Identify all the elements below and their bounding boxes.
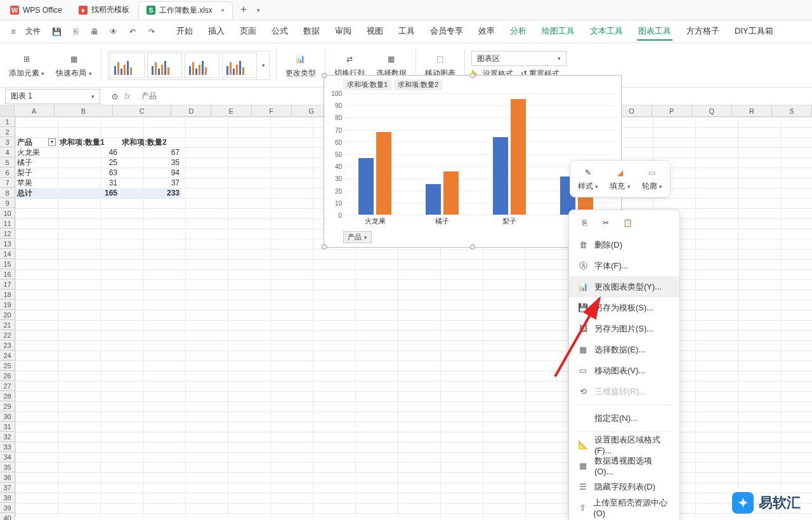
col-header[interactable]: P — [652, 105, 692, 116]
search-icon[interactable]: ⊙ — [112, 92, 118, 101]
cell[interactable]: 火龙果 — [15, 147, 57, 157]
col-header[interactable]: Q — [692, 105, 732, 116]
tab-data[interactable]: 数据 — [302, 23, 321, 41]
cell[interactable]: 31 — [58, 178, 119, 188]
tab-wps-office[interactable]: W WPS Office — [3, 1, 70, 19]
tab-start[interactable]: 开始 — [175, 23, 194, 41]
tab-text-tools[interactable]: 文本工具 — [589, 23, 624, 41]
resize-handle[interactable] — [470, 73, 475, 78]
col-header[interactable]: F — [252, 105, 292, 116]
col-header[interactable]: A — [15, 105, 55, 116]
row-header[interactable]: 1 — [0, 117, 15, 127]
row-header[interactable]: 5 — [0, 157, 15, 168]
name-box[interactable]: 图表 1 ▾ — [5, 89, 100, 104]
tab-page[interactable]: 页面 — [239, 23, 258, 41]
copy-icon[interactable]: ⎘ — [578, 217, 591, 229]
ctx-save-template[interactable]: 💾另存为模板(S)... — [569, 297, 679, 318]
row-header[interactable]: 13 — [0, 239, 15, 249]
ctx-save-image[interactable]: 🖼另存为图片(S)... — [569, 318, 679, 339]
ctx-move-chart[interactable]: ▭移动图表(V)... — [569, 360, 679, 381]
tab-workbook[interactable]: S 工作簿数量.xlsx • — [138, 1, 233, 19]
cell[interactable]: 总计 — [15, 188, 57, 198]
cell[interactable]: 求和项:数量1 — [58, 137, 119, 147]
cell[interactable]: 橘子 — [15, 157, 57, 168]
row-header[interactable]: 40 — [0, 513, 15, 520]
legend-item[interactable]: 求和项:数量2 — [394, 79, 442, 90]
cell[interactable]: 63 — [58, 168, 119, 178]
cell[interactable]: 求和项:数量2 — [120, 137, 181, 147]
row-header[interactable]: 32 — [0, 432, 15, 442]
fill-button[interactable]: ◢ 填充 ▾ — [606, 164, 634, 193]
new-tab-button[interactable]: + — [234, 3, 254, 17]
save-icon[interactable]: 💾 — [49, 25, 63, 39]
row-header[interactable]: 6 — [0, 168, 15, 178]
tab-fangfang[interactable]: 方方格子 — [685, 23, 721, 41]
row-header[interactable]: 38 — [0, 493, 15, 503]
redo-icon[interactable]: ↷ — [145, 25, 159, 39]
tab-templates[interactable]: ♦ 找稻壳模板 — [71, 1, 137, 19]
chart-filter-button[interactable]: 产品▾ — [343, 231, 372, 243]
row-header[interactable]: 9 — [0, 198, 15, 208]
cell[interactable]: 165 — [58, 188, 119, 198]
resize-handle[interactable] — [322, 73, 327, 78]
row-header[interactable]: 2 — [0, 127, 15, 137]
row-header[interactable]: 33 — [0, 442, 15, 452]
chart-style-3[interactable] — [185, 53, 219, 78]
row-header[interactable]: 17 — [0, 279, 15, 290]
row-header[interactable]: 24 — [0, 350, 15, 361]
ctx-font[interactable]: Ⓐ字体(F)... — [569, 255, 679, 276]
tab-view[interactable]: 视图 — [365, 23, 384, 41]
col-header[interactable]: R — [732, 105, 772, 116]
print-icon[interactable]: 🖶 — [88, 25, 102, 39]
row-header[interactable]: 12 — [0, 229, 15, 239]
col-header[interactable]: E — [211, 105, 251, 116]
row-header[interactable]: 21 — [0, 320, 15, 330]
change-type-button[interactable]: 📊 更改类型 — [283, 50, 318, 80]
resize-handle[interactable] — [322, 244, 327, 250]
row-header[interactable]: 37 — [0, 483, 15, 493]
row-header[interactable]: 27 — [0, 381, 15, 391]
ctx-select-data[interactable]: ▦选择数据(E)... — [569, 339, 679, 360]
gallery-more-icon[interactable]: ▾ — [259, 62, 268, 69]
row-header[interactable]: 18 — [0, 290, 15, 300]
chart-style-4[interactable] — [222, 53, 257, 78]
menu-icon[interactable]: ≡ — [6, 25, 20, 39]
cell[interactable]: 67 — [120, 147, 181, 157]
chart-area-select[interactable]: 图表区 ▾ — [471, 51, 566, 66]
cell[interactable]: 37 — [120, 178, 181, 188]
ctx-delete[interactable]: 🗑删除(D) — [569, 234, 679, 255]
row-header[interactable]: 30 — [0, 411, 15, 422]
row-header[interactable]: 3 — [0, 137, 15, 147]
quick-layout-button[interactable]: ▦ 快速布局 ▾ — [53, 50, 94, 80]
file-menu[interactable]: 文件 — [25, 26, 41, 37]
style-button[interactable]: ✎ 样式 ▾ — [574, 164, 602, 193]
tab-analyze[interactable]: 分析 — [509, 23, 528, 41]
row-header[interactable]: 34 — [0, 452, 15, 462]
chart-style-gallery[interactable]: ▾ — [108, 51, 270, 80]
legend-item[interactable]: 求和项:数量1 — [343, 79, 391, 90]
row-header[interactable]: 15 — [0, 259, 15, 269]
col-header[interactable]: C — [113, 105, 171, 116]
tab-insert[interactable]: 插入 — [207, 23, 226, 41]
chart-style-1[interactable] — [110, 53, 145, 78]
row-header[interactable]: 11 — [0, 218, 15, 229]
ctx-area-format[interactable]: 📐设置图表区域格式(F)... — [569, 434, 679, 455]
tab-vip[interactable]: 会员专享 — [429, 23, 464, 41]
row-header[interactable]: 8 — [0, 188, 15, 198]
filter-button[interactable]: ▾ — [48, 138, 56, 146]
tabs-dropdown-icon[interactable]: ▾ — [257, 7, 260, 13]
row-header[interactable]: 35 — [0, 462, 15, 472]
undo-icon[interactable]: ↶ — [126, 25, 140, 39]
cell[interactable]: 233 — [120, 188, 181, 198]
cut-icon[interactable]: ✂ — [599, 217, 612, 229]
row-header[interactable]: 25 — [0, 361, 15, 371]
ctx-hide-fields[interactable]: ☰隐藏字段列表(D) — [569, 476, 679, 497]
row-header[interactable]: 20 — [0, 310, 15, 320]
tab-formula[interactable]: 公式 — [270, 23, 289, 41]
col-header[interactable]: D — [171, 105, 211, 116]
row-header[interactable]: 22 — [0, 330, 15, 340]
ctx-change-chart-type[interactable]: 📊更改图表类型(Y)... — [569, 276, 679, 297]
fx-icon[interactable]: fx — [124, 92, 130, 101]
cell[interactable]: 46 — [58, 147, 119, 157]
ctx-upload[interactable]: ⇧上传至稻壳资源中心(O) — [569, 497, 679, 518]
